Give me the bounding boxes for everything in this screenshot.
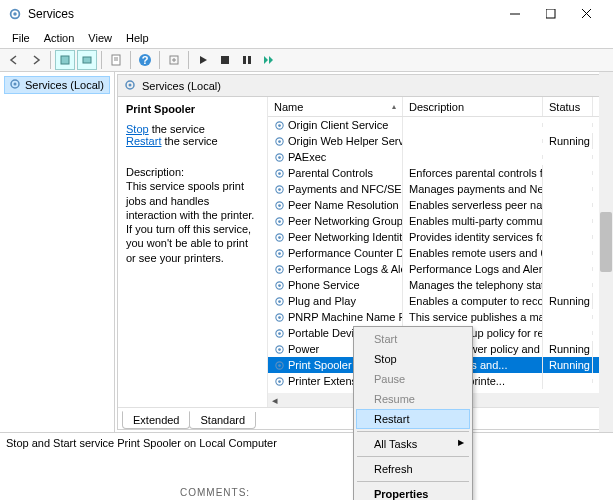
service-row[interactable]: Origin Web Helper ServiceRunning	[268, 133, 610, 149]
restart-icon-button[interactable]	[259, 50, 279, 70]
service-row[interactable]: Performance Logs & AlertsPerformance Log…	[268, 261, 610, 277]
svg-point-18	[14, 83, 17, 86]
close-button[interactable]	[569, 2, 605, 26]
restart-suffix: the service	[161, 135, 217, 147]
svg-point-42	[278, 284, 281, 287]
svg-point-24	[278, 140, 281, 143]
scroll-left-icon[interactable]: ◂	[268, 394, 282, 407]
service-row[interactable]: Origin Client Service	[268, 117, 610, 133]
service-name: Print Spooler	[288, 359, 352, 371]
service-desc: Performance Logs and Alerts Col...	[403, 261, 543, 277]
window-title: Services	[28, 7, 497, 21]
ctx-refresh[interactable]: Refresh	[356, 459, 470, 479]
service-desc: Enables a computer to recognize ...	[403, 293, 543, 309]
service-row[interactable]: PNRP Machine Name Publi...This service p…	[268, 309, 610, 325]
service-name: Payments and NFC/SE Man...	[288, 183, 403, 195]
up-button[interactable]	[55, 50, 75, 70]
stop-icon-button[interactable]	[215, 50, 235, 70]
service-name: Power	[288, 343, 319, 355]
comments-label: COMMENTS:	[180, 487, 250, 498]
service-row[interactable]: Phone ServiceManages the telephony state…	[268, 277, 610, 293]
svg-point-38	[278, 252, 281, 255]
service-name: Peer Networking Grouping	[288, 215, 403, 227]
menu-bar: File Action View Help	[0, 28, 613, 48]
svg-point-22	[278, 124, 281, 127]
detail-pane: Print Spooler Stop the service Restart t…	[118, 97, 268, 407]
back-button[interactable]	[4, 50, 24, 70]
ctx-separator	[357, 456, 469, 457]
service-name: Peer Name Resolution Prot...	[288, 199, 403, 211]
service-name: Performance Logs & Alerts	[288, 263, 403, 275]
tree-root-item[interactable]: Services (Local)	[4, 76, 110, 94]
service-desc	[403, 139, 543, 143]
svg-point-32	[278, 204, 281, 207]
col-status[interactable]: Status	[543, 97, 593, 116]
service-status	[543, 331, 593, 335]
menu-file[interactable]: File	[6, 30, 36, 46]
forward-button[interactable]	[26, 50, 46, 70]
svg-point-44	[278, 300, 281, 303]
vertical-scrollbar[interactable]	[599, 72, 613, 432]
stop-link[interactable]: Stop	[126, 123, 149, 135]
menu-action[interactable]: Action	[38, 30, 81, 46]
service-status	[543, 171, 593, 175]
service-desc: Enforces parental controls for chi...	[403, 165, 543, 181]
tree-pane: Services (Local)	[0, 72, 115, 432]
svg-point-36	[278, 236, 281, 239]
maximize-button[interactable]	[533, 2, 569, 26]
service-status	[543, 315, 593, 319]
ctx-resume: Resume	[356, 389, 470, 409]
detail-title: Print Spooler	[126, 103, 259, 115]
export-button[interactable]	[164, 50, 184, 70]
menu-view[interactable]: View	[82, 30, 118, 46]
tab-extended[interactable]: Extended	[122, 411, 190, 429]
minimize-button[interactable]	[497, 2, 533, 26]
content-header: Services (Local)	[118, 75, 610, 97]
tab-standard[interactable]: Standard	[189, 412, 256, 429]
service-desc: Manages the telephony state on ...	[403, 277, 543, 293]
pause-icon-button[interactable]	[237, 50, 257, 70]
ctx-stop[interactable]: Stop	[356, 349, 470, 369]
service-row[interactable]: Performance Counter DLL ...Enables remot…	[268, 245, 610, 261]
col-name[interactable]: Name▴	[268, 97, 403, 116]
desc-label: Description:	[126, 165, 259, 179]
col-description[interactable]: Description	[403, 97, 543, 116]
service-name: Origin Client Service	[288, 119, 388, 131]
scrollbar-thumb[interactable]	[600, 212, 612, 272]
service-row[interactable]: Peer Name Resolution Prot...Enables serv…	[268, 197, 610, 213]
svg-point-54	[278, 380, 281, 383]
service-desc: Enables multi-party communicati...	[403, 213, 543, 229]
play-button[interactable]	[193, 50, 213, 70]
show-hide-button[interactable]	[77, 50, 97, 70]
service-status: Running	[543, 341, 593, 357]
submenu-arrow-icon: ▶	[458, 438, 464, 447]
service-name: Phone Service	[288, 279, 360, 291]
services-icon	[9, 78, 21, 92]
ctx-properties[interactable]: Properties	[356, 484, 470, 500]
service-desc: Enables remote users and 64-bit ...	[403, 245, 543, 261]
service-desc	[403, 155, 543, 159]
service-row[interactable]: Payments and NFC/SE Man...Manages paymen…	[268, 181, 610, 197]
svg-point-52	[278, 364, 281, 367]
service-row[interactable]: PAExec	[268, 149, 610, 165]
menu-help[interactable]: Help	[120, 30, 155, 46]
help-button[interactable]: ?	[135, 50, 155, 70]
service-row[interactable]: Plug and PlayEnables a computer to recog…	[268, 293, 610, 309]
service-name: PNRP Machine Name Publi...	[288, 311, 403, 323]
service-row[interactable]: Peer Networking Identity M...Provides id…	[268, 229, 610, 245]
list-header: Name▴ Description Status	[268, 97, 610, 117]
service-status	[543, 283, 593, 287]
service-desc: This service publishes a machine ...	[403, 309, 543, 325]
service-status	[543, 219, 593, 223]
svg-rect-6	[61, 56, 69, 64]
stop-suffix: the service	[149, 123, 205, 135]
restart-link[interactable]: Restart	[126, 135, 161, 147]
service-status: Running	[543, 293, 593, 309]
service-name: Origin Web Helper Service	[288, 135, 403, 147]
service-row[interactable]: Parental ControlsEnforces parental contr…	[268, 165, 610, 181]
ctx-all-tasks[interactable]: All Tasks▶	[356, 434, 470, 454]
ctx-restart[interactable]: Restart	[356, 409, 470, 429]
sort-asc-icon: ▴	[392, 102, 396, 111]
properties-button[interactable]	[106, 50, 126, 70]
service-row[interactable]: Peer Networking GroupingEnables multi-pa…	[268, 213, 610, 229]
